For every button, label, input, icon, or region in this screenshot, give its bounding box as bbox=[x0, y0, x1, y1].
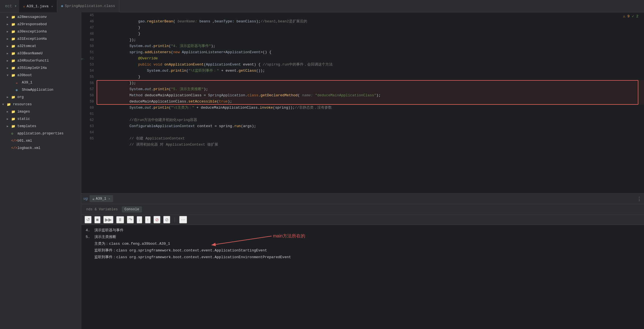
bottom-panels: ug ☕ A39_1 ✕ ⋮ nds & Variables Console bbox=[81, 193, 644, 329]
session-close-btn[interactable]: ✕ bbox=[109, 197, 110, 200]
sidebar-item-showapp[interactable]: ◉ ShowApplication bbox=[0, 86, 81, 94]
tab-frames-variables[interactable]: nds & Variables bbox=[83, 206, 121, 213]
line-num-51: 51 bbox=[81, 49, 94, 55]
step-up-btn[interactable]: ↑ bbox=[145, 216, 151, 223]
line-num-60: 60 bbox=[81, 105, 94, 111]
code-line-47: } bbox=[97, 25, 644, 31]
folder-icon: 📁 bbox=[11, 30, 16, 34]
console-line-5: 监听到事件：class org.springframework.boot.con… bbox=[86, 254, 640, 261]
sidebar-item-label: application.properties bbox=[17, 132, 64, 136]
arrow-icon: ▶ bbox=[7, 125, 11, 128]
tab-spring-class[interactable]: ◉ SpringApplication.class bbox=[57, 0, 119, 12]
sidebar-item-a39boot[interactable]: ▼ 📁 a39boot bbox=[0, 72, 81, 79]
sidebar-item-application-props[interactable]: ⚙ application.properties bbox=[0, 130, 81, 137]
console-line-4: 监听到事件：class org.springframework.boot.con… bbox=[86, 247, 640, 254]
xml-file-icon: </> bbox=[11, 146, 16, 150]
editor-warnings: ⚠ 9 ✓ 2 bbox=[623, 14, 638, 18]
debug-tab-row: ug ☕ A39_1 ✕ ⋮ bbox=[81, 193, 644, 204]
code-line-49: System.out.println("4. 演示监听器与事件"); bbox=[97, 37, 644, 43]
debug-session-tab[interactable]: ☕ A39_1 ✕ bbox=[90, 195, 113, 202]
stop-btn[interactable]: ■ bbox=[94, 216, 101, 223]
sidebar-item-label: a32tomcat bbox=[17, 44, 36, 48]
code-line-48: }); bbox=[97, 31, 644, 37]
sidebar-item-a33[interactable]: ▶ 📁 a33BeanNameU bbox=[0, 50, 81, 57]
sidebar-item-label: A39_1 bbox=[22, 81, 32, 85]
console-toolbar: ↺ ■ ▶▶ ⏸ ↷ ↓ ↑ ⊘ ⊘ | ⋯ bbox=[81, 215, 644, 225]
folder-icon: 📁 bbox=[11, 52, 16, 56]
step-down-btn[interactable]: ↓ bbox=[137, 216, 142, 223]
sidebar-item-a34[interactable]: ▶ 📁 a34RouterFuncti bbox=[0, 57, 81, 64]
resume-btn[interactable]: ▶▶ bbox=[103, 216, 113, 223]
sidebar-item-a31[interactable]: ▶ 📁 a31ExceptionHa bbox=[0, 35, 81, 43]
arrow-icon: ▶ bbox=[7, 30, 11, 33]
code-content[interactable]: ⚠ 9 ✓ 2 gao.registerBean( beanName: bean… bbox=[97, 12, 644, 193]
console-line-2: 5. 演示主类推断 bbox=[86, 234, 640, 241]
sidebar-item-a29[interactable]: ▶ 📁 a29responsebod bbox=[0, 21, 81, 28]
arrow-icon: ▶ bbox=[7, 52, 11, 55]
tab-a39-close[interactable]: ✕ bbox=[51, 5, 53, 8]
code-editor[interactable]: 45 46 47 48 49 50 51 52 ⬡↑ 53 54 55 56 5… bbox=[81, 12, 644, 193]
sidebar-item-a28[interactable]: ▶ 📁 a28messageconv bbox=[0, 13, 81, 21]
line-num-59: 59 bbox=[81, 99, 94, 105]
arrow-icon: ▶ bbox=[7, 45, 11, 48]
sidebar-item-label: a34RouterFuncti bbox=[17, 59, 49, 63]
main-area: ▶ 📁 a28messageconv ▶ 📁 a29responsebod ▶ … bbox=[0, 12, 644, 329]
tab-frames-label: nds & Variables bbox=[86, 207, 118, 211]
java-file-icon: ☕ bbox=[16, 81, 21, 85]
sidebar-item-a30[interactable]: ▶ 📁 a30exceptionha bbox=[0, 28, 81, 35]
line-num-46: 46 bbox=[81, 18, 94, 25]
sidebar-item-a39-1[interactable]: ☕ A39_1 bbox=[0, 79, 81, 86]
line-num-53: 53 bbox=[81, 62, 94, 68]
step-over-btn[interactable]: ↷ bbox=[127, 216, 134, 223]
folder-icon: 📁 bbox=[11, 37, 16, 41]
line-num-64: 64 bbox=[81, 129, 94, 136]
arrow-icon: ▶ bbox=[7, 117, 11, 121]
line-numbers: 45 46 47 48 49 50 51 52 ⬡↑ 53 54 55 56 5… bbox=[81, 12, 97, 193]
sidebar-item-label: a33BeanNameU bbox=[17, 52, 43, 55]
java-icon: ☕ bbox=[92, 196, 95, 201]
line-num-45: 45 bbox=[81, 12, 94, 18]
tab-a39-java[interactable]: ☕ A39_1.java ✕ bbox=[19, 0, 57, 12]
sidebar-item-label: org bbox=[17, 95, 24, 99]
sidebar-item-templates[interactable]: ▶ 📁 templates bbox=[0, 123, 81, 130]
code-line-56: System.out.println("5. 演示主类推断"); bbox=[97, 80, 644, 86]
sidebar-item-a35[interactable]: ▶ 📁 a35SimpleUrlHa bbox=[0, 64, 81, 72]
tab-console[interactable]: Console bbox=[122, 206, 142, 213]
sidebar-item-resources[interactable]: ▼ 📁 resources bbox=[0, 101, 81, 108]
folder-icon: 📁 bbox=[11, 124, 16, 129]
line-num-50: 50 bbox=[81, 43, 94, 49]
code-line-55: }); bbox=[97, 74, 644, 80]
line-num-61: 61 bbox=[81, 111, 94, 117]
restart-btn[interactable]: ↺ bbox=[85, 216, 92, 223]
sidebar-item-a32[interactable]: ▶ 📁 a32tomcat bbox=[0, 43, 81, 50]
sidebar-item-org[interactable]: ▶ 📁 org bbox=[0, 94, 81, 101]
arrow-icon: ▶ bbox=[7, 59, 11, 62]
line-num-58: 58 bbox=[81, 92, 94, 99]
sidebar-item-label: a31ExceptionHa bbox=[17, 37, 47, 41]
sidebar-item-b01xml[interactable]: </> b01.xml bbox=[0, 137, 81, 144]
project-label[interactable]: ect ▾ bbox=[3, 4, 19, 8]
sidebar-item-label: resources bbox=[13, 102, 32, 106]
class-icon: ◉ bbox=[61, 4, 63, 8]
panel-menu-btn[interactable]: ⋮ bbox=[637, 196, 642, 202]
arrow-icon: ▼ bbox=[7, 74, 11, 77]
more-btn[interactable]: ⋯ bbox=[179, 216, 187, 223]
pause-btn[interactable]: ⏸ bbox=[116, 216, 124, 223]
project-dropdown[interactable]: ect ▾ bbox=[5, 4, 17, 8]
sidebar-item-logback[interactable]: </> logback.xml bbox=[0, 144, 81, 152]
sidebar-item-static[interactable]: ▶ 📁 static bbox=[0, 115, 81, 123]
line-num-49: 49 bbox=[81, 37, 94, 43]
line-num-56: 56 bbox=[81, 80, 94, 86]
arrow-icon: ▶ bbox=[7, 23, 11, 26]
sidebar-item-images[interactable]: ▶ 📁 images bbox=[0, 108, 81, 115]
editor-area: 45 46 47 48 49 50 51 52 ⬡↑ 53 54 55 56 5… bbox=[81, 12, 644, 329]
folder-icon: 📁 bbox=[11, 15, 16, 19]
line-num-47: 47 bbox=[81, 25, 94, 31]
sidebar-item-label: a39boot bbox=[17, 73, 32, 77]
line-num-63: 63 bbox=[81, 123, 94, 129]
warning-badge: ⚠ 9 bbox=[623, 14, 629, 18]
debug-stop-btn[interactable]: ⊘ bbox=[153, 216, 160, 223]
clear-btn[interactable]: ⊘ bbox=[163, 216, 170, 223]
sidebar-item-label: templates bbox=[17, 124, 36, 128]
line-num-57: 57 bbox=[81, 86, 94, 92]
